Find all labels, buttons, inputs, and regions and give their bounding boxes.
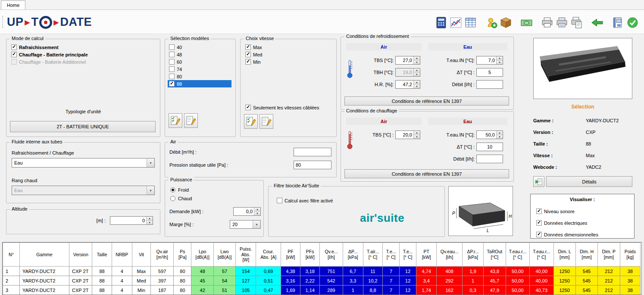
column-header[interactable]: Version [69,243,92,267]
result-cell[interactable]: 4,38 [281,267,300,276]
column-header[interactable]: Dim. L[mm] [553,243,575,267]
result-cell[interactable]: 0,47 [256,286,281,295]
checkbox[interactable] [536,208,542,214]
result-cell[interactable]: 408 [437,267,463,276]
spinner-arrows[interactable]: ▲▼ [413,131,420,139]
column-header[interactable]: Dim. H[mm] [575,243,597,267]
result-cell[interactable]: 751 [320,267,343,276]
froid-radio-row[interactable]: Froid [170,187,189,193]
result-cell[interactable]: 48 [191,267,213,276]
result-cell[interactable]: 545 [575,276,597,286]
result-cell[interactable]: 127 [236,276,256,286]
delta-t-input[interactable]: 5 [476,68,503,77]
result-cell[interactable]: 88 [92,267,112,276]
checkbox-item-74[interactable]: 74 [168,65,231,73]
result-cell[interactable]: YARDY-DUCT2 [20,267,69,276]
result-cell[interactable]: 12 [400,276,416,286]
checkbox[interactable] [245,52,251,57]
confirm-button[interactable] [625,15,640,30]
result-cell[interactable]: 4,74 [416,267,437,276]
checkbox-item-48[interactable]: 48 [168,51,231,58]
result-cell[interactable]: 542 [320,276,343,286]
result-cell[interactable]: 88 [92,276,112,286]
edit-speeds-button[interactable] [259,114,273,129]
result-cell[interactable]: 545 [575,267,597,276]
chaud-radio-row[interactable]: Chaud [170,196,192,201]
result-cell[interactable]: 1 [462,276,483,286]
result-cell[interactable]: 1,69 [281,286,300,295]
debit-eau-input[interactable] [476,155,503,163]
spinner-arrows[interactable]: ▲▼ [496,56,503,64]
spinner-arrows[interactable]: ▲▼ [254,208,260,215]
details-icon-button[interactable] [533,176,544,187]
checkbox-item-min[interactable]: Min [244,58,263,65]
result-cell[interactable]: 187 [151,286,174,295]
result-cell[interactable]: 1,9 [462,267,483,276]
result-cell[interactable]: CXP 2T [69,286,92,295]
result-cell[interactable]: 3,4 [416,276,437,286]
details-button[interactable]: Détails [546,176,632,187]
teau-in-spinner[interactable]: 7,0 ▲▼ [476,56,503,65]
result-cell[interactable]: 212 [598,276,620,286]
result-cell[interactable]: 80 [174,286,191,295]
result-cell[interactable]: 40,73 [530,286,553,295]
checkbox[interactable] [11,59,17,65]
calculator-button[interactable] [434,15,448,30]
result-cell[interactable]: 50,00 [506,267,529,276]
result-cell[interactable]: 54 [213,276,235,286]
column-header[interactable]: ΔP.r...[kPa] [462,243,483,267]
result-cell[interactable]: 1 [343,286,363,295]
chevron-down-icon[interactable]: ▼ [253,220,260,228]
result-cell[interactable]: 11 [363,267,382,276]
column-header[interactable]: Lpo[dB(A)] [191,243,213,267]
column-header[interactable]: ΔP...[kPa] [343,243,363,267]
column-header[interactable]: Dim. P[mm] [598,243,620,267]
reference-conditions-button[interactable]: Conditions de référence EN 1397 [344,96,509,106]
edit-models-button[interactable] [184,113,198,128]
result-cell[interactable]: 1 [3,267,20,276]
marge-dropdown[interactable]: 20 ▼ [230,220,261,229]
checkbox-item-40[interactable]: 40 [168,43,231,51]
result-cell[interactable]: 397 [151,276,174,286]
result-cell[interactable]: 10,2 [363,276,382,286]
altitude-spinner[interactable]: 0 ▲▼ [110,216,153,225]
checkbox[interactable] [169,74,175,79]
checkbox[interactable] [169,44,175,50]
debit-eau-input[interactable] [476,80,503,89]
result-cell[interactable]: 40,00 [530,276,553,286]
back-button[interactable] [590,15,604,30]
result-cell[interactable]: 3,16 [281,276,300,286]
print-preview-button[interactable] [569,15,584,30]
result-cell[interactable]: 1,14 [300,286,320,295]
result-cell[interactable]: 38 [620,276,640,286]
result-cell[interactable]: 45,7 [484,276,506,286]
pression-input[interactable]: 80 [294,161,331,169]
result-cell[interactable]: 43,8 [484,267,506,276]
checkbox-item-donn-es-dimensionnelles[interactable]: Données dimensionnelles [535,229,600,240]
result-cell[interactable]: 7 [383,276,400,286]
checkbox[interactable] [169,81,175,87]
result-cell[interactable]: 1250 [553,286,575,295]
column-header[interactable]: Qv.air[m³/h] [151,243,174,267]
add-model-button[interactable] [484,15,498,30]
result-cell[interactable]: 6,7 [343,267,363,276]
result-cell[interactable]: 12 [400,267,416,276]
result-cell[interactable]: CXP 2T [69,276,92,286]
toolbar-grip[interactable] [2,16,4,28]
radio-button[interactable] [170,187,175,193]
package-button[interactable] [498,15,513,30]
column-header[interactable]: Qv.e...[l/h] [320,243,343,267]
radio-button[interactable] [170,196,175,201]
result-cell[interactable]: 2 [3,276,20,286]
result-cell[interactable]: 3,3 [343,276,363,286]
result-cell[interactable]: 88 [92,286,112,295]
checkbox[interactable] [169,52,175,57]
result-cell[interactable]: CXP 2T [69,267,92,276]
column-header[interactable]: Lwo[dB(A)] [213,243,235,267]
column-header[interactable]: T.eau.r...[° C] [530,243,553,267]
result-cell[interactable]: 7 [383,267,400,276]
column-header[interactable]: TaROut[°C] [484,243,506,267]
column-header[interactable]: Vit [132,243,150,267]
checkbox[interactable] [11,52,17,57]
result-cell[interactable]: 0,3 [462,286,483,295]
